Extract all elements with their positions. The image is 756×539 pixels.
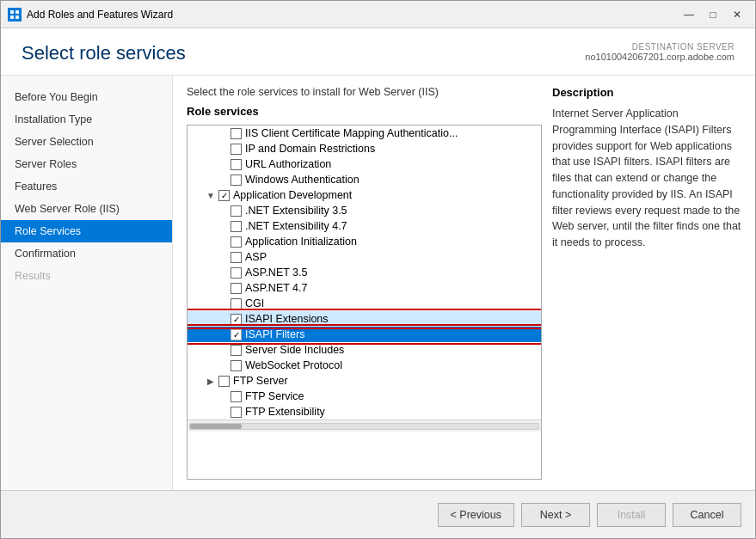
item-label-asp-net-47: ASP.NET 4.7 — [245, 282, 538, 294]
item-label-ftp-ext: FTP Extensibility — [245, 406, 538, 418]
tree-item-ftp-server[interactable]: ▶ FTP Server — [187, 373, 541, 389]
maximize-button[interactable]: □ — [702, 6, 724, 23]
cancel-button[interactable]: Cancel — [673, 503, 741, 527]
role-services-header: Role services — [187, 105, 542, 118]
tree-item-asp-net-47[interactable]: ASP.NET 4.7 — [187, 280, 541, 296]
description-section: Description Internet Server Application … — [552, 86, 741, 480]
window-icon — [8, 8, 22, 21]
tree-item-url-auth[interactable]: URL Authorization — [187, 156, 541, 172]
window-title: Add Roles and Features Wizard — [27, 9, 678, 21]
scroll-thumb[interactable] — [190, 424, 242, 429]
item-label-ftp-server: FTP Server — [233, 375, 538, 387]
panel-content: Select the role services to install for … — [173, 76, 755, 490]
tree-item-windows-auth[interactable]: Windows Authentication — [187, 172, 541, 187]
checkbox-cgi[interactable] — [230, 298, 242, 309]
item-label-websocket: WebSocket Protocol — [245, 359, 538, 371]
sidebar-item-role-services[interactable]: Role Services — [1, 220, 172, 242]
sidebar-item-server-roles[interactable]: Server Roles — [1, 153, 172, 175]
tree-item-ftp-service[interactable]: FTP Service — [187, 389, 541, 404]
tree-item-server-side[interactable]: Server Side Includes — [187, 342, 541, 358]
checkbox-websocket[interactable] — [230, 360, 242, 371]
destination-server-value: no1010042067201.corp.adobe.com — [585, 52, 734, 62]
main-window: Add Roles and Features Wizard — □ ✕ Sele… — [0, 0, 756, 539]
main-content: Before You Begin Installation Type Serve… — [1, 76, 755, 490]
item-label-net-ext-35: .NET Extensibility 3.5 — [245, 205, 538, 217]
item-label-asp-net-35: ASP.NET 3.5 — [245, 266, 538, 279]
item-label-isapi-filters: ISAPI Filters — [245, 328, 538, 340]
tree-item-net-ext-35[interactable]: .NET Extensibility 3.5 — [187, 203, 541, 218]
horizontal-scrollbar[interactable] — [187, 420, 541, 432]
sidebar-item-results: Results — [1, 265, 172, 287]
checkbox-ftp-service[interactable] — [230, 391, 242, 402]
checkbox-app-dev[interactable] — [218, 190, 230, 201]
footer: < Previous Next > Install Cancel — [1, 490, 755, 538]
checkbox-app-init[interactable] — [230, 236, 242, 248]
tree-item-iis-cert-mapping[interactable]: IIS Client Certificate Mapping Authentic… — [187, 126, 541, 141]
subtitle-text: Select the role services to install for … — [187, 86, 542, 98]
checkbox-ip-domain[interactable] — [230, 144, 242, 155]
item-label-server-side: Server Side Includes — [245, 344, 538, 356]
tree-item-ip-domain[interactable]: IP and Domain Restrictions — [187, 141, 541, 156]
tree-item-ftp-ext[interactable]: FTP Extensibility — [187, 404, 541, 420]
checkbox-iis-cert-mapping[interactable] — [230, 128, 242, 139]
item-label-cgi: CGI — [245, 297, 538, 309]
tree-item-asp[interactable]: ASP — [187, 249, 541, 265]
checkbox-isapi-ext[interactable] — [230, 314, 242, 325]
checkbox-net-ext-35[interactable] — [230, 205, 242, 217]
svg-rect-1 — [15, 10, 19, 14]
checkbox-net-ext-47[interactable] — [230, 221, 242, 232]
page-title: Select role services — [22, 42, 186, 64]
item-label-ftp-service: FTP Service — [245, 390, 538, 402]
window-controls: — □ ✕ — [678, 6, 748, 23]
checkbox-ftp-server[interactable] — [218, 376, 230, 387]
expand-icon-ftp-server[interactable]: ▶ — [205, 375, 217, 387]
item-label-app-dev: Application Development — [233, 189, 538, 201]
tree-item-app-dev[interactable]: ▼ Application Development — [187, 187, 541, 203]
minimize-button[interactable]: — — [678, 6, 700, 23]
checkbox-windows-auth[interactable] — [230, 175, 242, 186]
item-label-isapi-ext: ISAPI Extensions — [245, 313, 538, 325]
tree-item-cgi[interactable]: CGI — [187, 296, 541, 311]
scroll-track[interactable] — [189, 423, 539, 430]
destination-server-label: DESTINATION SERVER — [585, 42, 734, 52]
item-label-ip-domain: IP and Domain Restrictions — [245, 143, 538, 155]
checkbox-asp-net-35[interactable] — [230, 267, 242, 279]
tree-item-isapi-filters[interactable]: ISAPI Filters — [187, 327, 541, 342]
sidebar-item-confirmation[interactable]: Confirmation — [1, 242, 172, 265]
previous-button[interactable]: < Previous — [438, 503, 514, 527]
checkbox-ftp-ext[interactable] — [230, 407, 242, 418]
item-label-windows-auth: Windows Authentication — [245, 174, 538, 186]
checkbox-isapi-filters[interactable] — [230, 329, 242, 340]
tree-container[interactable]: IIS Client Certificate Mapping Authentic… — [187, 125, 542, 480]
tree-item-asp-net-35[interactable]: ASP.NET 3.5 — [187, 265, 541, 280]
next-button[interactable]: Next > — [521, 503, 590, 527]
item-label-url-auth: URL Authorization — [245, 158, 538, 170]
sidebar-item-before-you-begin[interactable]: Before You Begin — [1, 86, 172, 108]
sidebar-item-server-selection[interactable]: Server Selection — [1, 131, 172, 153]
destination-server-info: DESTINATION SERVER no1010042067201.corp.… — [585, 42, 734, 62]
tree-item-net-ext-47[interactable]: .NET Extensibility 4.7 — [187, 218, 541, 234]
title-bar: Add Roles and Features Wizard — □ ✕ — [1, 1, 755, 28]
content-area: Select role services DESTINATION SERVER … — [1, 28, 755, 538]
sidebar: Before You Begin Installation Type Serve… — [1, 76, 173, 490]
svg-rect-2 — [10, 15, 14, 19]
role-services-section: Select the role services to install for … — [187, 86, 542, 480]
tree-item-isapi-ext[interactable]: ISAPI Extensions — [187, 311, 541, 327]
checkbox-asp[interactable] — [230, 252, 242, 263]
checkbox-asp-net-47[interactable] — [230, 283, 242, 294]
sidebar-item-installation-type[interactable]: Installation Type — [1, 108, 172, 131]
tree-item-websocket[interactable]: WebSocket Protocol — [187, 358, 541, 373]
install-button[interactable]: Install — [597, 503, 666, 527]
expand-icon-app-dev[interactable]: ▼ — [205, 189, 217, 201]
header-section: Select role services DESTINATION SERVER … — [1, 28, 755, 76]
tree-item-app-init[interactable]: Application Initialization — [187, 234, 541, 249]
description-text: Internet Server Application Programming … — [552, 106, 741, 251]
sidebar-item-web-server-role[interactable]: Web Server Role (IIS) — [1, 198, 172, 220]
sidebar-item-features[interactable]: Features — [1, 175, 172, 198]
checkbox-server-side[interactable] — [230, 345, 242, 356]
close-button[interactable]: ✕ — [726, 6, 748, 23]
right-panel: Select the role services to install for … — [173, 76, 755, 490]
item-label-asp: ASP — [245, 251, 538, 263]
item-label-app-init: Application Initialization — [245, 236, 538, 248]
checkbox-url-auth[interactable] — [230, 159, 242, 170]
